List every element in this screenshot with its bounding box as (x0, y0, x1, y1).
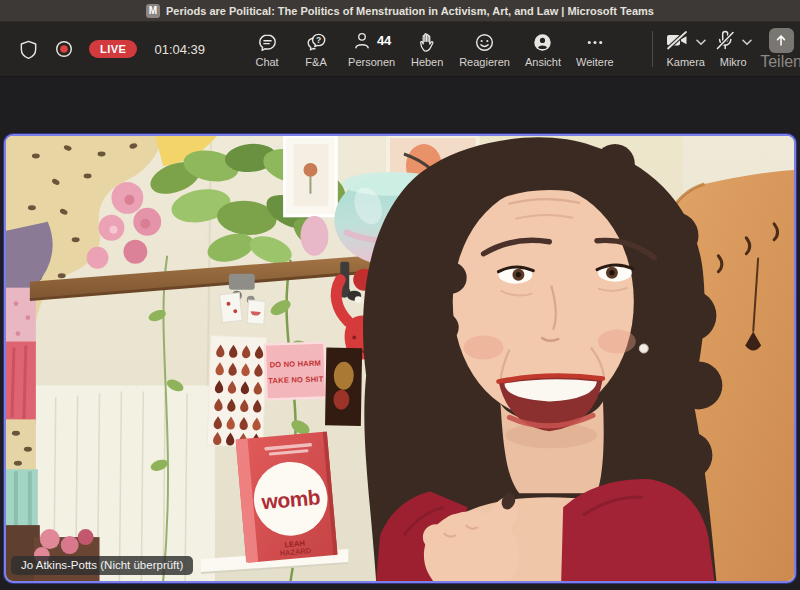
svg-text:?: ? (316, 35, 321, 45)
participant-video-tile[interactable]: DO NO HARM TAKE NO SHIT wom (4, 134, 796, 583)
meeting-stage: DO NO HARM TAKE NO SHIT wom (0, 77, 800, 589)
more-label: Weitere (576, 56, 614, 68)
pearl-earring (639, 344, 648, 353)
live-badge: LIVE (89, 40, 137, 58)
people-count: 44 (377, 33, 391, 48)
people-icon (352, 30, 372, 55)
mic-off-icon (714, 29, 736, 55)
camera-button[interactable]: Kamera (665, 30, 706, 68)
dark-poster (325, 348, 362, 426)
chat-label: Chat (255, 56, 278, 68)
small-frame (285, 136, 337, 216)
toolbar-left-group: LIVE 01:04:39 (18, 39, 205, 60)
meeting-toolbar: LIVE 01:04:39 Chat ? F&A (0, 22, 800, 77)
toolbar-divider (652, 31, 653, 67)
camera-off-icon (665, 29, 690, 55)
share-button[interactable]: Teilen (760, 28, 800, 71)
more-button[interactable]: Weitere (573, 29, 617, 70)
qa-label: F&A (305, 56, 326, 68)
more-dots-icon (584, 31, 606, 54)
view-label: Ansicht (525, 56, 561, 68)
toolbar-center-group: Chat ? F&A 44 (247, 29, 617, 70)
window-titlebar: M Periods are Political: The Politics of… (0, 0, 800, 22)
people-label: Personen (348, 56, 395, 68)
window-title: Periods are Political: The Politics of M… (166, 5, 654, 17)
mic-label: Mikro (720, 56, 747, 68)
shield-icon[interactable] (18, 39, 39, 60)
raise-hand-label: Heben (411, 56, 443, 68)
camera-chevron-icon[interactable] (696, 39, 706, 46)
slogan-sign: DO NO HARM TAKE NO SHIT (265, 343, 327, 400)
toolbar-right-group: Kamera Mikr (652, 28, 800, 71)
mic-button[interactable]: Mikro (714, 30, 752, 68)
womb-book: womb LEAH HAZARD (236, 432, 338, 563)
participant-name-label: Jo Atkins-Potts (Nicht überprüft) (11, 556, 193, 575)
qa-icon: ? (305, 31, 327, 54)
view-icon (532, 31, 553, 54)
chat-icon (257, 31, 278, 54)
svg-text:DO NO HARM: DO NO HARM (269, 359, 321, 370)
chat-button[interactable]: Chat (247, 29, 287, 70)
view-button[interactable]: Ansicht (522, 29, 564, 70)
teams-app-icon: M (146, 4, 160, 18)
react-label: Reagieren (459, 56, 510, 68)
raise-hand-button[interactable]: Heben (407, 29, 447, 70)
react-smiley-icon (474, 31, 495, 54)
qa-button[interactable]: ? F&A (296, 29, 336, 70)
react-button[interactable]: Reagieren (456, 29, 513, 70)
people-button[interactable]: 44 Personen (345, 29, 398, 70)
svg-text:TAKE NO SHIT: TAKE NO SHIT (268, 374, 324, 385)
teardrop-poster (207, 336, 267, 448)
meeting-timer: 01:04:39 (154, 42, 205, 57)
mic-chevron-icon[interactable] (742, 39, 752, 46)
participant-person (363, 137, 722, 581)
participant-video-feed: DO NO HARM TAKE NO SHIT wom (6, 136, 794, 581)
record-icon[interactable] (54, 39, 74, 59)
share-icon (769, 28, 794, 53)
share-label: Teilen (760, 53, 800, 71)
camera-label: Kamera (666, 56, 705, 68)
raise-hand-icon (417, 31, 437, 54)
